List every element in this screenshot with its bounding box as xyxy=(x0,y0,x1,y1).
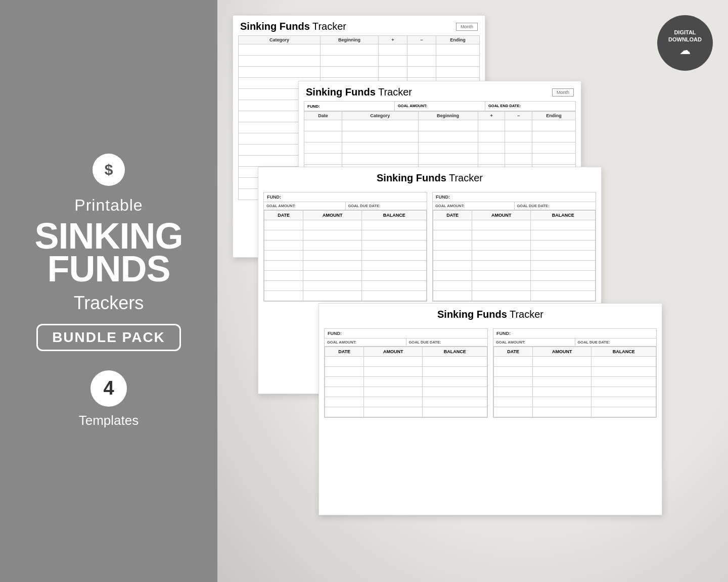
right-panel: Digital DOWNLOAD ☁ Sinking Funds Tracker… xyxy=(217,0,728,582)
sheet4-title: Sinking Funds Tracker xyxy=(326,309,655,320)
fund2-subheader: GOAL AMOUNT: GOAL DUE DATE: xyxy=(433,202,596,210)
sheet3-funds: FUND: GOAL AMOUNT: GOAL DUE DATE: DATE A… xyxy=(258,187,601,307)
table-row xyxy=(494,377,656,387)
table-row xyxy=(494,407,656,417)
printable-label: Printable xyxy=(74,196,143,215)
table-row xyxy=(264,291,427,301)
sinking-label: SINKING FUNDS xyxy=(34,220,183,285)
table-row xyxy=(433,261,596,271)
table-row xyxy=(325,367,487,377)
fund1-header: FUND: xyxy=(264,192,427,202)
fund1-header: FUND: xyxy=(325,329,487,338)
sheet1-title: Sinking Funds Tracker xyxy=(240,21,346,32)
table-row xyxy=(325,387,487,397)
fund1-subheader: GOAL AMOUNT: GOAL DUE DATE: xyxy=(325,338,487,347)
table-row xyxy=(494,367,656,377)
table-row xyxy=(239,56,480,67)
templates-label: Templates xyxy=(79,413,139,428)
fund-block-1: FUND: GOAL AMOUNT: GOAL DUE DATE: DATE A… xyxy=(324,328,488,418)
fund-block-1: FUND: GOAL AMOUNT: GOAL DUE DATE: DATE A… xyxy=(263,192,427,302)
fund-block-2: FUND: GOAL AMOUNT: GOAL DUE DATE: DATE A… xyxy=(432,192,596,302)
fund1-subheader: GOAL AMOUNT: GOAL DUE DATE: xyxy=(264,202,427,210)
table-row xyxy=(433,230,596,240)
table-row xyxy=(494,387,656,397)
table-row xyxy=(494,357,656,367)
table-row xyxy=(264,251,427,261)
fund1-table: DATE AMOUNT BALANCE xyxy=(264,210,427,301)
bundle-badge: BUNDLE PACK xyxy=(36,324,181,351)
table-row xyxy=(264,220,427,230)
sheet2-goal-end-label: GOAL END DATE: xyxy=(488,104,572,108)
sheet2-goal-amount-label: GOAL AMOUNT: xyxy=(398,104,482,108)
table-row xyxy=(325,377,487,387)
fund-block-2: FUND: GOAL AMOUNT: GOAL DUE DATE: DATE A… xyxy=(493,328,657,418)
fund2-table: DATE AMOUNT BALANCE xyxy=(433,210,596,301)
sheet2-month-box: Month xyxy=(552,88,574,96)
table-row xyxy=(264,271,427,281)
table-row xyxy=(304,154,576,165)
fund2-header: FUND: xyxy=(433,192,596,202)
table-row xyxy=(325,407,487,417)
table-row xyxy=(325,397,487,407)
left-panel: $ Printable SINKING FUNDS Trackers BUNDL… xyxy=(0,0,217,582)
table-row xyxy=(433,220,596,230)
sheet2-title: Sinking Funds Tracker xyxy=(306,86,412,98)
sheet2-fund-label: FUND: xyxy=(307,104,320,109)
fund2-header: FUND: xyxy=(493,329,656,338)
sheet2-table: Date Category Beginning + − Ending xyxy=(304,111,576,176)
table-row xyxy=(264,230,427,240)
badge-text: Digital DOWNLOAD xyxy=(668,29,702,43)
fund2-subheader: GOAL AMOUNT: GOAL DUE DATE: xyxy=(493,338,656,347)
table-row xyxy=(494,397,656,407)
table-row xyxy=(325,357,487,367)
table-row xyxy=(433,251,596,261)
sheet-4: Sinking Funds Tracker FUND: GOAL AMOUNT:… xyxy=(318,303,662,515)
table-row xyxy=(433,271,596,281)
table-row xyxy=(433,281,596,291)
table-row xyxy=(304,142,576,154)
bundle-label: BUNDLE PACK xyxy=(52,329,165,346)
table-row xyxy=(304,120,576,131)
table-row xyxy=(239,67,480,78)
cloud-icon: ☁ xyxy=(679,44,691,57)
sheet3-title: Sinking Funds Tracker xyxy=(265,172,594,184)
table-row xyxy=(433,240,596,251)
sheet1-month-box: Month xyxy=(456,23,478,31)
sheet4-funds: FUND: GOAL AMOUNT: GOAL DUE DATE: DATE A… xyxy=(319,323,662,423)
table-row xyxy=(264,240,427,251)
table-row xyxy=(264,261,427,271)
table-row xyxy=(264,281,427,291)
fund2-table: DATE AMOUNT BALANCE xyxy=(493,347,656,417)
trackers-label: Trackers xyxy=(74,293,144,314)
table-row xyxy=(433,291,596,301)
template-count: 4 xyxy=(90,370,127,407)
table-row xyxy=(304,131,576,142)
dollar-icon: $ xyxy=(93,154,125,186)
fund1-table: DATE AMOUNT BALANCE xyxy=(325,347,487,417)
table-row xyxy=(239,44,480,56)
digital-download-badge: Digital DOWNLOAD ☁ xyxy=(657,15,713,71)
